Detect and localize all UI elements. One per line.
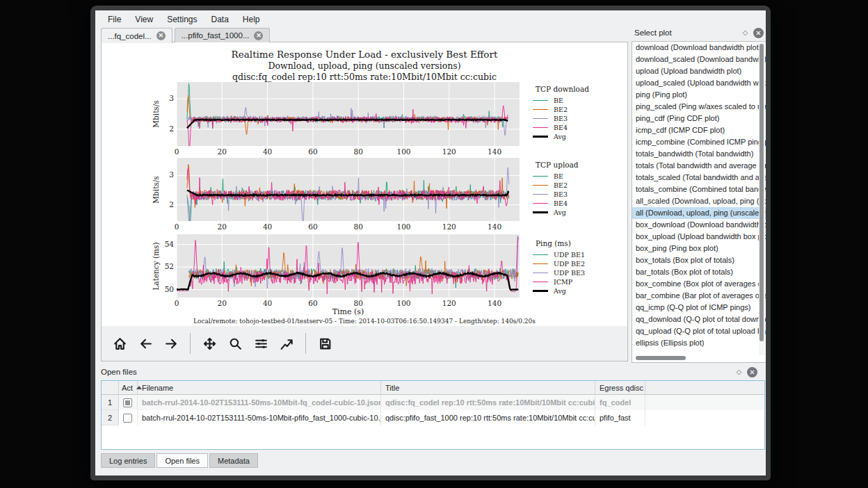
plot-list-item[interactable]: qq_download (Q-Q plot of total download … bbox=[632, 314, 766, 325]
menu-item-help[interactable]: Help bbox=[236, 12, 267, 27]
legend-entry: BE3 bbox=[524, 190, 579, 199]
plot-list-item[interactable]: box_ping (Ping box plot) bbox=[632, 243, 766, 254]
list-horizontal-scrollbar[interactable] bbox=[633, 355, 758, 361]
legend-title: TCP upload bbox=[524, 161, 579, 169]
menu-item-settings[interactable]: Settings bbox=[160, 12, 204, 27]
plot-list-item[interactable]: download (Download bandwidth plot) bbox=[632, 42, 766, 54]
legend-entry: BE2 bbox=[524, 181, 579, 190]
column-header-egress-qdisc[interactable]: Egress qdisc bbox=[595, 381, 645, 395]
axes-icon[interactable] bbox=[277, 334, 296, 353]
column-header-filler bbox=[645, 381, 764, 395]
plot-list-item[interactable]: totals_scaled (Total bandwidth and avera… bbox=[632, 172, 766, 184]
plot-tab-1[interactable]: ...pfifo_fast_1000...✕ bbox=[175, 28, 271, 42]
plot-list-item[interactable]: ping_scaled (Ping w/axes scaled to remov… bbox=[632, 101, 766, 113]
table-row[interactable]: 1batch-rrul-2014-10-02T153111-50ms-10Mbi… bbox=[102, 395, 764, 410]
toolbar-separator bbox=[190, 333, 191, 354]
column-header-act[interactable]: Act bbox=[119, 381, 138, 395]
corner-header-cell[interactable] bbox=[102, 381, 119, 395]
legend-label: UDP BE3 bbox=[554, 269, 585, 277]
dock-float-icon[interactable] bbox=[735, 368, 743, 376]
menu-item-file[interactable]: File bbox=[101, 12, 128, 27]
legend-entry: BE4 bbox=[524, 123, 589, 132]
back-icon[interactable] bbox=[136, 334, 155, 353]
dock-close-icon[interactable] bbox=[753, 28, 764, 38]
home-icon[interactable] bbox=[110, 334, 129, 353]
plot-list-item[interactable]: box_combine (Box plot of averages of sev… bbox=[632, 278, 766, 290]
plot-list-item[interactable]: all_scaled (Download, upload, ping (scal… bbox=[632, 195, 766, 207]
tab-close-icon[interactable]: ✕ bbox=[156, 31, 166, 40]
plot-list-item[interactable]: bar_totals (Box plot of totals) bbox=[632, 266, 766, 278]
plot-page: Realtime Response Under Load - exclusive… bbox=[101, 42, 628, 361]
plot-list-item[interactable]: totals (Total bandwidth and average ping… bbox=[632, 160, 766, 172]
table-row[interactable]: 2batch-rrul-2014-10-02T153111-50ms-10Mbi… bbox=[102, 410, 764, 425]
plot-list-item[interactable]: box_download (Download bandwidth box plo… bbox=[632, 219, 766, 231]
plot-tab-0[interactable]: ...fq_codel...✕ bbox=[101, 28, 172, 43]
scrollbar-thumb[interactable] bbox=[636, 356, 686, 360]
bottom-tab-metadata[interactable]: Metadata bbox=[209, 453, 258, 468]
bottom-tab-bar: Log entriesOpen filesMetadata bbox=[101, 453, 258, 468]
subplot-ping[interactable]: 505254020406080100120140Latency (ms) bbox=[177, 234, 520, 298]
plot-list-item[interactable]: totals_bandwidth (Total bandwidth) bbox=[632, 148, 766, 160]
menu-item-view[interactable]: View bbox=[128, 12, 160, 27]
plot-list-item[interactable]: icmp_combine (Combined ICMP ping plot) bbox=[632, 136, 766, 148]
figure-subtitle: Download, upload, ping (unscaled version… bbox=[102, 60, 627, 71]
plot-list-item[interactable]: box_totals (Box plot of totals) bbox=[632, 254, 766, 266]
plot-list-item[interactable]: qq_icmp (Q-Q plot of ICMP pings) bbox=[632, 302, 766, 314]
plot-canvas[interactable]: Realtime Response Under Load - exclusive… bbox=[102, 42, 627, 326]
x-tick-label: 60 bbox=[308, 147, 317, 156]
column-header-title[interactable]: Title bbox=[381, 381, 595, 395]
plot-list-item[interactable]: ping (Ping plot) bbox=[632, 89, 766, 101]
bottom-tab-log-entries[interactable]: Log entries bbox=[101, 453, 155, 468]
plot-tab-bar: ...fq_codel...✕...pfifo_fast_1000...✕ bbox=[101, 28, 270, 42]
plot-list-item[interactable]: upload (Upload bandwidth plot) bbox=[632, 65, 766, 77]
plot-list-item[interactable]: totals_combine (Combined total bandwidth… bbox=[632, 184, 766, 195]
filename-cell: batch-rrul-2014-10-02T153111-50ms-10Mbit… bbox=[138, 410, 381, 425]
plot-toolbar bbox=[110, 327, 335, 359]
active-checkbox[interactable] bbox=[123, 398, 132, 407]
row-number: 2 bbox=[102, 410, 119, 425]
plot-list-item[interactable]: box_upload (Upload bandwidth box plot) bbox=[632, 231, 766, 243]
y-tick-label: 52 bbox=[146, 262, 174, 270]
save-icon[interactable] bbox=[315, 334, 335, 353]
dock-float-icon[interactable] bbox=[741, 29, 749, 37]
zoom-icon[interactable] bbox=[225, 334, 245, 353]
bottom-tab-open-files[interactable]: Open files bbox=[156, 453, 208, 468]
plot-list-item[interactable]: upload_scaled (Upload bandwidth w/axes s… bbox=[632, 77, 766, 89]
plot-list-item[interactable]: icmp_cdf (ICMP CDF plot) bbox=[632, 124, 766, 136]
x-tick-label: 140 bbox=[488, 299, 501, 307]
legend-entry: UDP BE3 bbox=[524, 268, 585, 277]
legend-label: BE2 bbox=[554, 106, 568, 113]
plot-list-item[interactable]: bar_combine (Bar plot of averages of sev… bbox=[632, 290, 766, 302]
legend-title: Ping (ms) bbox=[524, 239, 585, 247]
pan-icon[interactable] bbox=[200, 334, 219, 353]
legend-line-swatch bbox=[533, 185, 548, 186]
forward-icon[interactable] bbox=[161, 334, 181, 353]
desktop-background: FileViewSettingsDataHelp ...fq_codel...✕… bbox=[0, 0, 868, 488]
legend-entry: BE2 bbox=[524, 105, 589, 114]
menu-item-data[interactable]: Data bbox=[204, 12, 236, 27]
x-tick-label: 0 bbox=[175, 222, 179, 231]
plot-list-item[interactable]: all (Download, upload, ping (unscaled ve… bbox=[632, 207, 766, 219]
list-vertical-scrollbar[interactable] bbox=[759, 42, 765, 355]
y-axis-label: Mbits/s bbox=[152, 155, 160, 225]
column-header-filename[interactable]: Filename bbox=[138, 381, 381, 395]
subplots-icon[interactable] bbox=[251, 334, 271, 353]
plot-list-item[interactable]: qq_upload (Q-Q plot of total upload band… bbox=[632, 325, 766, 337]
plot-type-list: download (Download bandwidth plot)downlo… bbox=[632, 41, 766, 363]
act-cell bbox=[119, 410, 138, 425]
plot-list-item[interactable]: download_scaled (Download bandwidth w/ax… bbox=[632, 54, 766, 65]
plot-list-item[interactable]: ping_cdf (Ping CDF plot) bbox=[632, 113, 766, 124]
subplot-tcp-upload[interactable]: 23020406080100120140Mbits/s bbox=[177, 158, 520, 221]
x-tick-label: 40 bbox=[263, 222, 272, 231]
dock-close-icon[interactable] bbox=[747, 367, 757, 377]
plot-list-item[interactable]: ellipsis (Ellipsis plot) bbox=[632, 337, 766, 349]
legend-tcp-upload: TCP uploadBEBE2BE3BE4Avg bbox=[524, 161, 579, 217]
tab-close-icon[interactable]: ✕ bbox=[254, 31, 263, 40]
select-plot-dock-title: Select plot bbox=[634, 29, 737, 37]
legend-line-swatch bbox=[533, 194, 548, 195]
legend-line-swatch bbox=[533, 127, 548, 128]
active-checkbox[interactable] bbox=[123, 414, 132, 423]
subplot-tcp-download[interactable]: 23020406080100120140Mbits/s bbox=[177, 82, 520, 146]
table-header-row: ActFilenameTitleEgress qdisc bbox=[102, 381, 764, 395]
scrollbar-thumb[interactable] bbox=[760, 44, 764, 341]
